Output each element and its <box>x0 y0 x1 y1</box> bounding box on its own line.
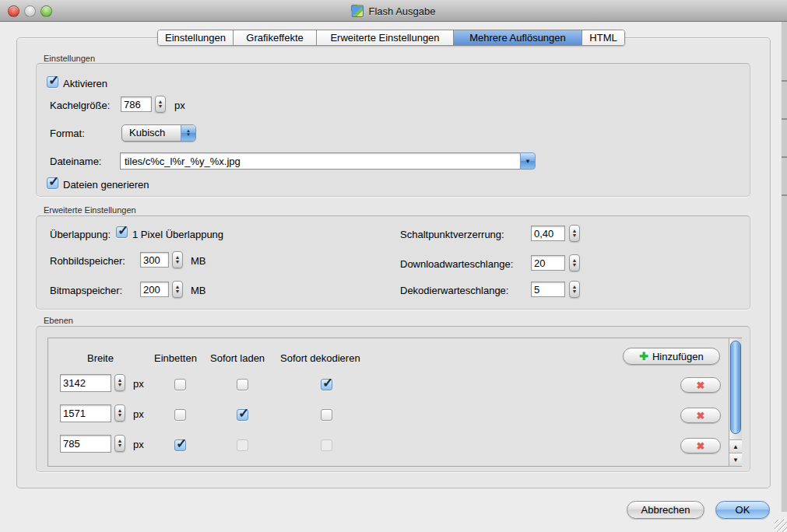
einbetten-checkbox[interactable] <box>174 379 186 390</box>
kachelgroesse-input[interactable] <box>121 96 152 112</box>
scroll-down-button[interactable]: ▼ <box>729 453 742 466</box>
rohbildspeicher-input[interactable] <box>140 252 169 268</box>
aktivieren-checkbox[interactable] <box>47 76 58 88</box>
layer-width-unit: px <box>133 378 144 390</box>
format-value: Kubisch <box>122 125 181 141</box>
format-label: Format: <box>50 128 85 139</box>
aktivieren-label: Aktivieren <box>63 78 107 89</box>
schaltpunktverzerrung-stepper[interactable]: ▲ ▼ <box>569 225 580 242</box>
dateien-generieren-label: Dateien generieren <box>63 179 149 191</box>
sofort-dekodieren-checkbox[interactable] <box>321 379 332 390</box>
layer-width-input[interactable] <box>60 374 111 392</box>
add-layer-label: Hinzufügen <box>652 351 704 362</box>
tab-einstellungen[interactable]: Einstellungen <box>158 30 233 45</box>
layer-width-stepper[interactable]: ▲ ▼ <box>114 374 125 391</box>
scroll-up-icon: ▲ <box>733 443 739 450</box>
dateiname-input[interactable] <box>120 152 520 170</box>
settings-group: Aktivieren Kachelgröße: ▲ ▼ px Format: K… <box>36 63 750 197</box>
resize-grip[interactable] <box>775 520 787 532</box>
dekodierwarteschlange-input[interactable] <box>531 282 565 297</box>
title-area: Flash Ausgabe <box>0 0 787 22</box>
layer-width-unit: px <box>133 439 144 450</box>
sofort-laden-checkbox[interactable] <box>237 409 248 421</box>
ueberlappung-checkbox-label: 1 Pixel Überlappung <box>132 229 223 240</box>
stepper-down-icon[interactable]: ▼ <box>175 260 181 264</box>
downloadwarteschlange-input[interactable] <box>531 255 565 271</box>
dateiname-dropdown-button[interactable]: ▼ <box>520 152 536 170</box>
scrollbar-thumb[interactable] <box>730 341 741 434</box>
dekodierwarteschlange-stepper[interactable]: ▲ ▼ <box>569 281 580 298</box>
delete-layer-button[interactable]: ✖ <box>680 438 721 453</box>
sofort-dekodieren-checkbox[interactable] <box>321 439 332 451</box>
stepper-down-icon[interactable]: ▼ <box>572 289 578 294</box>
format-select[interactable]: Kubisch ▲ ▼ <box>121 124 196 142</box>
settings-group-label: Einstellungen <box>44 54 95 63</box>
layer-width-stepper[interactable]: ▲ ▼ <box>114 404 125 422</box>
window-title: Flash Ausgabe <box>368 5 435 17</box>
tab-bar: Einstellungen Grafikeffekte Erweiterte E… <box>157 30 625 46</box>
advanced-group-label: Erweiterte Einstellungen <box>44 205 136 215</box>
scroll-up-button[interactable]: ▲ <box>729 439 742 453</box>
rohbildspeicher-stepper[interactable]: ▲ ▼ <box>172 251 183 268</box>
ok-button[interactable]: OK <box>715 501 770 519</box>
delete-x-icon: ✖ <box>697 380 705 391</box>
tab-grafikeffekte[interactable]: Grafikeffekte <box>233 30 316 45</box>
ueberlappung-checkbox[interactable] <box>116 226 128 238</box>
app-icon <box>351 5 364 17</box>
kachelgroesse-stepper[interactable]: ▲ ▼ <box>155 96 166 113</box>
column-header-breite: Breite <box>87 352 114 364</box>
delete-layer-button[interactable]: ✖ <box>680 377 721 393</box>
tab-html[interactable]: HTML <box>581 30 624 45</box>
column-header-sofort-laden: Sofort laden <box>210 352 265 364</box>
layers-table: Breite Einbetten Sofort laden Sofort dek… <box>47 338 742 467</box>
layer-width-input[interactable] <box>60 435 111 453</box>
stepper-down-icon[interactable]: ▼ <box>572 263 578 268</box>
tab-mehrere-aufloesungen[interactable]: Mehrere Auflösungen <box>453 30 581 45</box>
layers-group-label: Ebenen <box>44 316 73 325</box>
kachelgroesse-unit: px <box>174 100 185 111</box>
stepper-down-icon[interactable]: ▼ <box>118 443 123 448</box>
titlebar[interactable]: Flash Ausgabe <box>0 0 787 22</box>
flash-output-dialog: Flash Ausgabe Einstellungen Grafikeffekt… <box>0 0 787 532</box>
layer-width-input[interactable] <box>60 404 111 422</box>
advanced-group: Überlappung: 1 Pixel Überlappung Rohbild… <box>36 215 750 310</box>
delete-layer-button[interactable]: ✖ <box>680 408 721 423</box>
delete-x-icon: ✖ <box>697 410 705 422</box>
kachelgroesse-label: Kachelgröße: <box>50 100 110 111</box>
chevron-down-icon: ▼ <box>525 158 531 165</box>
delete-x-icon: ✖ <box>697 440 705 452</box>
dateien-generieren-checkbox[interactable] <box>47 177 58 189</box>
stepper-down-icon[interactable]: ▼ <box>175 289 181 294</box>
column-header-einbetten: Einbetten <box>154 352 197 364</box>
einbetten-checkbox[interactable] <box>174 409 186 421</box>
downloadwarteschlange-stepper[interactable]: ▲ ▼ <box>569 254 580 271</box>
scrollbar-buttons: ▲ ▼ <box>729 439 742 466</box>
schaltpunktverzerrung-label: Schaltpunktverzerrung: <box>400 229 504 240</box>
bitmapspeicher-stepper[interactable]: ▲ ▼ <box>172 281 183 298</box>
stepper-down-icon[interactable]: ▼ <box>118 383 123 387</box>
stepper-down-icon[interactable]: ▼ <box>572 233 578 238</box>
dekodierwarteschlange-label: Dekodierwarteschlange: <box>400 285 508 296</box>
add-layer-button[interactable]: ✚ Hinzufügen <box>623 348 720 365</box>
stepper-down-icon[interactable]: ▼ <box>118 413 123 418</box>
stepper-down-icon[interactable]: ▼ <box>158 104 163 109</box>
dateiname-label: Dateiname: <box>50 156 101 167</box>
layer-width-stepper[interactable]: ▲ ▼ <box>114 435 125 452</box>
sofort-dekodieren-checkbox[interactable] <box>321 409 332 421</box>
cancel-button[interactable]: Abbrechen <box>627 501 704 519</box>
column-header-sofort-dekodieren: Sofort dekodieren <box>280 352 360 364</box>
layers-group: Breite Einbetten Sofort laden Sofort dek… <box>36 326 750 472</box>
ueberlappung-label: Überlappung: <box>50 229 111 240</box>
plus-icon: ✚ <box>639 350 648 362</box>
sofort-laden-checkbox[interactable] <box>237 439 248 451</box>
sofort-laden-checkbox[interactable] <box>237 379 248 390</box>
dropdown-down-icon: ▼ <box>186 133 191 137</box>
einbetten-checkbox[interactable] <box>174 439 186 451</box>
tab-erweiterte-einstellungen[interactable]: Erweiterte Einstellungen <box>316 30 453 45</box>
bitmapspeicher-input[interactable] <box>140 282 169 297</box>
rohbildspeicher-label: Rohbildspeicher: <box>50 255 125 267</box>
scroll-down-icon: ▼ <box>733 457 739 464</box>
rohbildspeicher-unit: MB <box>191 255 206 267</box>
layers-scrollbar[interactable]: ▲ ▼ <box>729 338 742 466</box>
schaltpunktverzerrung-input[interactable] <box>531 226 565 241</box>
